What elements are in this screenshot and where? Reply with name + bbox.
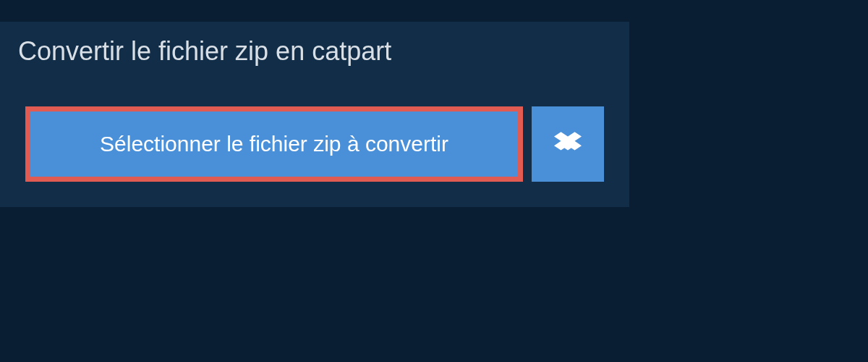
title-bar: Convertir le fichier zip en catpart bbox=[0, 22, 477, 81]
button-row: Sélectionner le fichier zip à convertir bbox=[0, 106, 629, 182]
converter-panel: Convertir le fichier zip en catpart Séle… bbox=[0, 22, 629, 207]
page-title: Convertir le fichier zip en catpart bbox=[18, 36, 459, 67]
dropbox-button[interactable] bbox=[532, 106, 604, 182]
select-file-button[interactable]: Sélectionner le fichier zip à convertir bbox=[25, 106, 523, 182]
dropbox-icon bbox=[554, 130, 582, 159]
